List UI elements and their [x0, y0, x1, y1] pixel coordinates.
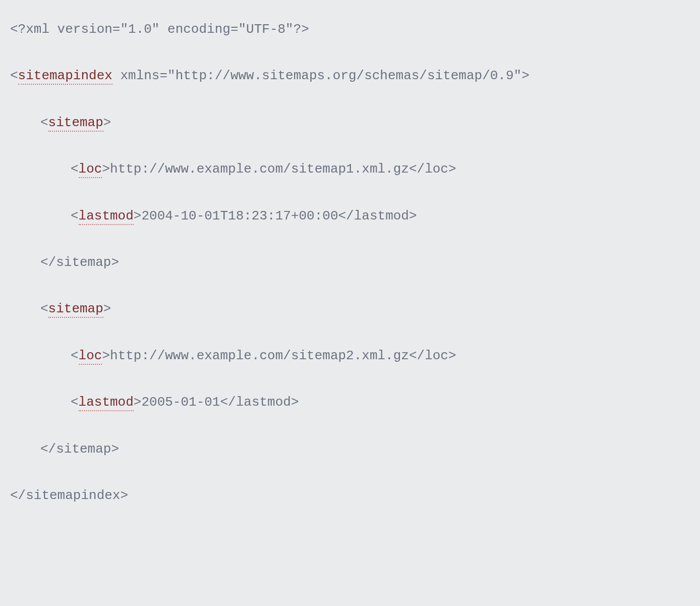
xml-decl-encoding: encoding="UTF-8": [159, 22, 293, 37]
open-bracket: <: [71, 208, 79, 224]
loc-tag: loc: [79, 348, 102, 365]
sitemap-tag: sitemap: [48, 115, 103, 132]
sitemap-close: </sitemap>: [40, 255, 119, 270]
close-bracket: >: [102, 348, 110, 363]
lastmod-line: <lastmod>2004-10-01T18:23:17+00:00</last…: [10, 207, 690, 225]
close-bracket: >: [103, 301, 111, 316]
lastmod-value: 2004-10-01T18:23:17+00:00: [141, 208, 338, 224]
xmlns-attr: xmlns="http://www.sitemaps.org/schemas/s…: [112, 68, 521, 83]
sitemapindex-tag: sitemapindex: [18, 68, 112, 85]
sitemap-tag: sitemap: [48, 301, 103, 318]
loc-line: <loc>http://www.example.com/sitemap2.xml…: [10, 347, 690, 365]
close-bracket: >: [521, 68, 530, 83]
sitemap-open-line: <sitemap>: [10, 300, 690, 318]
xml-decl-close: ?>: [294, 22, 309, 37]
open-bracket: <: [71, 395, 79, 410]
sitemap-close-line: </sitemap>: [10, 440, 690, 458]
xml-code-block: <?xml version="1.0" encoding="UTF-8"?> <…: [0, 0, 700, 535]
sitemapindex-close-line: </sitemapindex>: [10, 486, 690, 505]
sitemapindex-close: </sitemapindex>: [10, 488, 128, 503]
sitemap-open-line: <sitemap>: [10, 114, 690, 132]
lastmod-line: <lastmod>2005-01-01</lastmod>: [10, 393, 690, 411]
open-bracket: <: [40, 301, 48, 316]
xml-decl-version: version="1.0": [49, 22, 159, 37]
open-bracket: <: [71, 161, 79, 177]
sitemap-close: </sitemap>: [40, 442, 119, 457]
loc-close: </loc>: [409, 348, 456, 363]
sitemapindex-open-line: <sitemapindex xmlns="http://www.sitemaps…: [10, 67, 690, 85]
loc-value: http://www.example.com/sitemap2.xml.gz: [110, 348, 409, 363]
lastmod-close: </lastmod>: [220, 395, 299, 410]
loc-close: </loc>: [409, 161, 456, 177]
xml-declaration-line: <?xml version="1.0" encoding="UTF-8"?>: [10, 20, 690, 38]
xml-decl-open: <?xml: [10, 22, 49, 37]
open-bracket: <: [71, 348, 79, 363]
lastmod-value: 2005-01-01: [141, 395, 220, 410]
lastmod-tag: lastmod: [79, 208, 134, 225]
close-bracket: >: [134, 208, 142, 224]
lastmod-tag: lastmod: [79, 395, 134, 411]
loc-line: <loc>http://www.example.com/sitemap1.xml…: [10, 160, 690, 178]
sitemap-close-line: </sitemap>: [10, 253, 690, 271]
close-bracket: >: [102, 161, 110, 177]
open-bracket: <: [40, 115, 48, 130]
close-bracket: >: [134, 395, 142, 410]
lastmod-close: </lastmod>: [338, 208, 417, 224]
loc-tag: loc: [79, 161, 102, 178]
open-bracket: <: [10, 68, 18, 83]
loc-value: http://www.example.com/sitemap1.xml.gz: [110, 161, 409, 177]
close-bracket: >: [103, 115, 111, 130]
